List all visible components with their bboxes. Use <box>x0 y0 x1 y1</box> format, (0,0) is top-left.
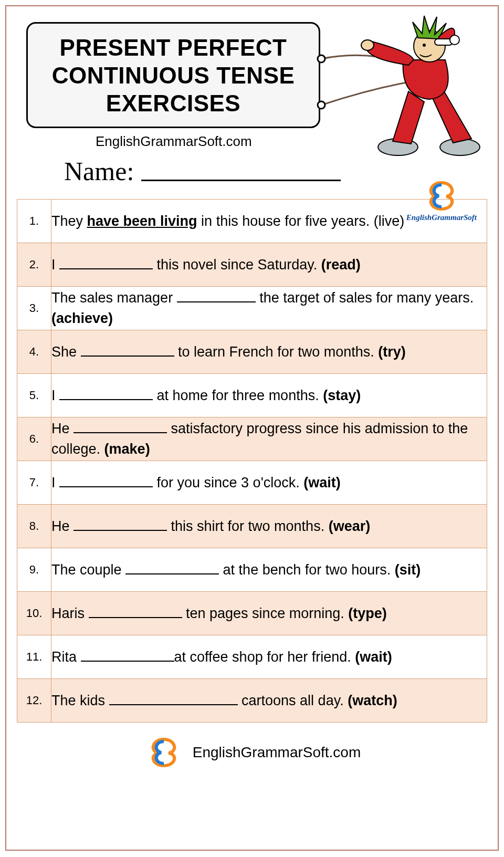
row-number: 7. <box>17 461 51 505</box>
sentence-pre: I <box>51 475 59 490</box>
logo-icon <box>143 736 184 769</box>
sentence-post: for you since 3 o'clock. <box>153 475 303 490</box>
row-number: 4. <box>17 330 51 374</box>
sentence-pre: He <box>51 518 74 534</box>
exercise-row: 8.He this shirt for two months. (wear) <box>17 505 487 548</box>
verb-hint: (try) <box>378 344 406 360</box>
verb-hint: (wait) <box>303 475 341 490</box>
exercise-row: 10.Haris ten pages since morning. (type) <box>17 592 487 635</box>
title-box: PRESENT PERFECT CONTINUOUS TENSE EXERCIS… <box>26 22 320 128</box>
sentence-post: at the bench for two hours. <box>219 562 395 578</box>
sentence-pre: I <box>51 257 59 273</box>
exercise-row: 7.I for you since 3 o'clock. (wait) <box>17 461 487 505</box>
blank-line[interactable] <box>59 256 153 269</box>
row-number: 1. <box>17 200 51 243</box>
blank-line[interactable] <box>74 420 167 433</box>
verb-hint: (sit) <box>395 562 421 578</box>
row-number: 12. <box>17 679 51 723</box>
row-number: 10. <box>17 592 51 635</box>
sentence-cell: The kids cartoons all day. (watch) <box>51 679 487 723</box>
verb-hint: (stay) <box>323 388 361 403</box>
svg-point-8 <box>423 44 426 47</box>
sentence-pre: The couple <box>51 562 125 578</box>
verb-hint: (live) <box>374 213 405 229</box>
sentence-pre: The sales manager <box>51 290 177 306</box>
verb-hint: (watch) <box>348 693 397 708</box>
sentence-post: ten pages since morning. <box>182 605 349 621</box>
verb-hint: (type) <box>348 605 387 621</box>
sentence-post: at home for three months. <box>153 388 323 403</box>
verb-hint: (wait) <box>355 649 392 665</box>
exercise-row: 11.Rita at coffee shop for her friend. (… <box>17 635 487 679</box>
sentence-post: the target of sales for many years. <box>256 290 474 306</box>
sentence-post: this shirt for two months. <box>167 518 329 534</box>
header-row: PRESENT PERFECT CONTINUOUS TENSE EXERCIS… <box>17 22 487 128</box>
verb-hint: (read) <box>321 257 361 273</box>
svg-point-4 <box>361 40 374 50</box>
blank-line[interactable] <box>59 474 153 487</box>
row-number: 8. <box>17 505 51 548</box>
exercise-table: 1.They have been living in this house fo… <box>17 199 487 723</box>
exercise-row: 2.I this novel since Saturday. (read) <box>17 243 487 287</box>
sentence-post: in this house for five years. <box>197 213 374 229</box>
sentence-cell: Rita at coffee shop for her friend. (wai… <box>51 635 487 679</box>
sentence-cell: He this shirt for two months. (wear) <box>51 505 487 548</box>
verb-hint: (achieve) <box>51 310 113 326</box>
sentence-cell: She to learn French for two months. (try… <box>51 330 487 374</box>
sentence-cell: I at home for three months. (stay) <box>51 374 487 417</box>
sentence-cell: The couple at the bench for two hours. (… <box>51 548 487 592</box>
exercise-row: 12.The kids cartoons all day. (watch) <box>17 679 487 723</box>
sentence-post: cartoons all day. <box>238 693 348 708</box>
verb-hint: (make) <box>104 441 150 457</box>
exercise-row: 5.I at home for three months. (stay) <box>17 374 487 417</box>
sentence-pre: The kids <box>51 693 109 708</box>
sentence-pre: She <box>51 344 81 360</box>
sentence-cell: I this novel since Saturday. (read) <box>51 243 487 287</box>
exercise-row: 4.She to learn French for two months. (t… <box>17 330 487 374</box>
brand-logo-small: EnglishGrammarSoft <box>406 180 477 222</box>
sentence-pre: He <box>51 421 74 436</box>
row-number: 5. <box>17 374 51 417</box>
row-number: 2. <box>17 243 51 287</box>
cartoon-character-icon <box>351 13 498 162</box>
row-number: 11. <box>17 635 51 679</box>
sentence-pre: Haris <box>51 605 89 621</box>
logo-text: EnglishGrammarSoft <box>406 213 477 222</box>
svg-point-7 <box>450 35 459 45</box>
row-number: 3. <box>17 287 51 330</box>
blank-line[interactable] <box>59 386 153 400</box>
blank-line[interactable] <box>81 343 174 357</box>
name-input-line[interactable] <box>141 177 341 181</box>
sentence-post: to learn French for two months. <box>174 344 379 360</box>
sentence-cell: I for you since 3 o'clock. (wait) <box>51 461 487 505</box>
blank-line[interactable] <box>89 604 182 618</box>
sentence-pre: They <box>51 213 87 229</box>
sentence-cell: He satisfactory progress since his admis… <box>51 417 487 461</box>
row-number: 9. <box>17 548 51 592</box>
sentence-pre: Rita <box>51 649 81 665</box>
exercise-row: 3.The sales manager the target of sales … <box>17 287 487 330</box>
row-number: 6. <box>17 417 51 461</box>
exercise-row: 9.The couple at the bench for two hours.… <box>17 548 487 592</box>
example-answer: have been living <box>87 213 197 229</box>
sentence-cell: Haris ten pages since morning. (type) <box>51 592 487 635</box>
footer-site: EnglishGrammarSoft.com <box>193 744 361 761</box>
blank-line[interactable] <box>81 648 174 662</box>
footer: EnglishGrammarSoft.com <box>17 736 487 769</box>
worksheet-page: PRESENT PERFECT CONTINUOUS TENSE EXERCIS… <box>5 5 499 851</box>
sentence-post: this novel since Saturday. <box>153 257 321 273</box>
worksheet-title: PRESENT PERFECT CONTINUOUS TENSE EXERCIS… <box>52 35 295 116</box>
exercise-row: 6.He satisfactory progress since his adm… <box>17 417 487 461</box>
name-label: Name: <box>64 156 134 186</box>
sentence-post: at coffee shop for her friend. <box>174 649 355 665</box>
logo-icon <box>421 180 462 212</box>
sentence-cell: The sales manager the target of sales fo… <box>51 287 487 330</box>
blank-line[interactable] <box>74 517 167 531</box>
blank-line[interactable] <box>109 692 238 705</box>
sentence-pre: I <box>51 388 59 403</box>
blank-line[interactable] <box>125 561 219 574</box>
verb-hint: (wear) <box>329 518 371 534</box>
blank-line[interactable] <box>177 289 256 302</box>
